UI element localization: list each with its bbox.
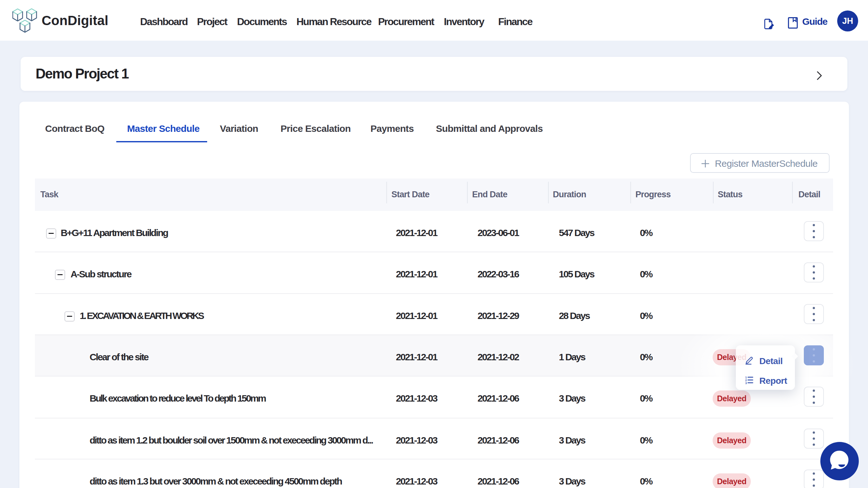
svg-text:3: 3 [745, 382, 747, 385]
